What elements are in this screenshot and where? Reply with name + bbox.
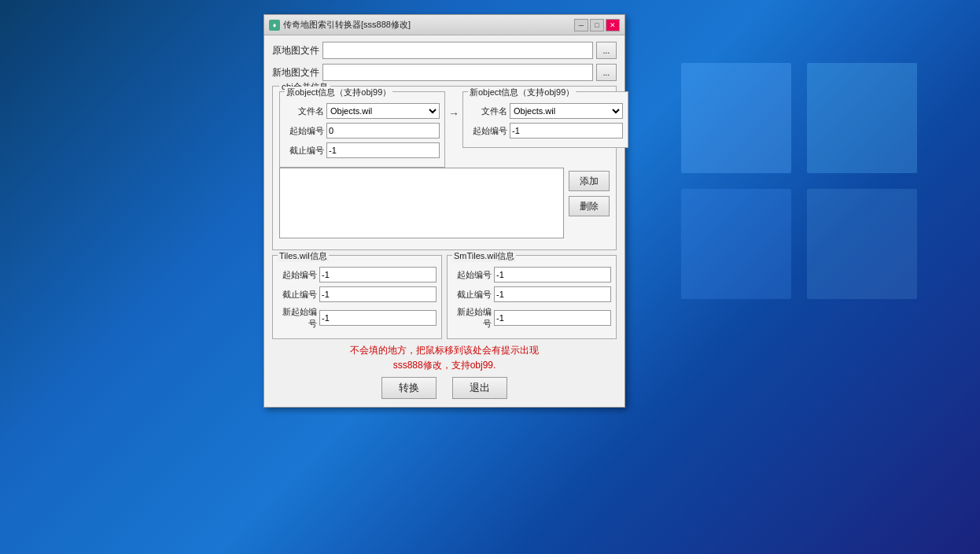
- footer-buttons: 转换 退出: [272, 377, 617, 399]
- arrow-separator: →: [448, 91, 459, 120]
- tiles-end-label: 截止编号: [278, 289, 317, 301]
- obj-merge-group: obj合并信息 原object信息（支持obj99） 文件名 Objects.w…: [272, 86, 617, 250]
- source-map-browse[interactable]: ...: [596, 42, 617, 59]
- bottom-panels: Tiles.wil信息 起始编号 截止编号 新起始编号: [272, 255, 617, 339]
- tiles-end-row: 截止编号: [278, 286, 437, 302]
- logo-pane-tl: [681, 63, 791, 173]
- maximize-button[interactable]: □: [590, 19, 604, 31]
- source-start-input[interactable]: [326, 123, 440, 138]
- source-map-label: 原地图文件: [272, 44, 319, 57]
- logo-pane-bl: [681, 189, 791, 299]
- titlebar: ♦ 传奇地图索引转换器[sss888修改] ─ □ ✕: [264, 15, 624, 35]
- dest-obj-panel: 新object信息（支持obj99） 文件名 Objects.wil 起始编号: [462, 91, 628, 148]
- windows-logo: [681, 63, 917, 299]
- dest-map-browse[interactable]: ...: [596, 64, 617, 81]
- dest-start-row: 起始编号: [468, 123, 623, 138]
- tiles-panel-title: Tiles.wil信息: [278, 250, 329, 262]
- source-end-row: 截止编号: [285, 142, 440, 158]
- tiles-panel: Tiles.wil信息 起始编号 截止编号 新起始编号: [272, 255, 442, 339]
- dest-obj-panel-title: 新object信息（支持obj99）: [468, 87, 576, 98]
- source-start-label: 起始编号: [285, 125, 324, 137]
- smtiles-newstart-row: 新起始编号: [452, 306, 611, 330]
- titlebar-buttons: ─ □ ✕: [574, 19, 620, 31]
- source-map-row: 原地图文件 ...: [272, 42, 617, 59]
- dest-map-row: 新地图文件 ...: [272, 64, 617, 81]
- dest-filename-label: 文件名: [468, 105, 507, 117]
- smtiles-start-input[interactable]: [494, 267, 611, 283]
- smtiles-panel-title: SmTiles.wil信息: [452, 250, 516, 262]
- desktop: ♦ 传奇地图索引转换器[sss888修改] ─ □ ✕ 原地图文件 ... 新地…: [0, 0, 980, 554]
- smtiles-start-label: 起始编号: [452, 269, 492, 281]
- dest-filename-row: 文件名 Objects.wil: [468, 103, 623, 119]
- smtiles-end-input[interactable]: [494, 286, 611, 302]
- source-obj-panel-title: 原object信息（支持obj99）: [285, 87, 392, 98]
- minimize-button[interactable]: ─: [574, 19, 588, 31]
- convert-button[interactable]: 转换: [381, 377, 437, 399]
- main-dialog: ♦ 传奇地图索引转换器[sss888修改] ─ □ ✕ 原地图文件 ... 新地…: [263, 14, 625, 408]
- status-line1: 不会填的地方，把鼠标移到该处会有提示出现: [272, 344, 617, 357]
- obj-list[interactable]: [279, 168, 564, 238]
- titlebar-left: ♦ 传奇地图索引转换器[sss888修改]: [269, 19, 411, 31]
- dest-map-label: 新地图文件: [272, 66, 319, 79]
- dest-start-label: 起始编号: [468, 125, 507, 137]
- exit-button[interactable]: 退出: [452, 377, 507, 399]
- add-button[interactable]: 添加: [569, 171, 610, 191]
- source-start-row: 起始编号: [285, 123, 440, 138]
- obj-panels: 原object信息（支持obj99） 文件名 Objects.wil 起始编号: [279, 91, 610, 168]
- source-end-input[interactable]: [326, 142, 440, 158]
- delete-button[interactable]: 删除: [569, 196, 610, 216]
- source-filename-select[interactable]: Objects.wil: [326, 103, 440, 119]
- smtiles-newstart-label: 新起始编号: [452, 306, 492, 330]
- smtiles-end-row: 截止编号: [452, 286, 611, 302]
- dest-filename-select[interactable]: Objects.wil: [510, 103, 623, 119]
- logo-pane-tr: [807, 63, 917, 173]
- tiles-newstart-input[interactable]: [319, 310, 437, 326]
- dialog-content: 原地图文件 ... 新地图文件 ... obj合并信息 原object信息（支持…: [264, 35, 624, 407]
- tiles-start-input[interactable]: [319, 267, 437, 283]
- source-filename-row: 文件名 Objects.wil: [285, 103, 440, 119]
- dest-start-input[interactable]: [510, 123, 623, 138]
- tiles-newstart-label: 新起始编号: [278, 306, 317, 330]
- logo-pane-br: [807, 189, 917, 299]
- source-map-input[interactable]: [322, 42, 593, 59]
- action-buttons: 添加 删除: [569, 168, 610, 216]
- smtiles-start-row: 起始编号: [452, 267, 611, 283]
- tiles-start-row: 起始编号: [278, 267, 437, 283]
- dest-map-input[interactable]: [322, 64, 593, 81]
- tiles-end-input[interactable]: [319, 286, 437, 302]
- source-obj-panel: 原object信息（支持obj99） 文件名 Objects.wil 起始编号: [279, 91, 445, 168]
- smtiles-panel: SmTiles.wil信息 起始编号 截止编号 新起始编号: [447, 255, 617, 339]
- source-end-label: 截止编号: [285, 145, 324, 157]
- status-text: 不会填的地方，把鼠标移到该处会有提示出现 sss888修改，支持obj99.: [272, 344, 617, 372]
- tiles-start-label: 起始编号: [278, 269, 317, 281]
- app-icon: ♦: [269, 20, 280, 31]
- tiles-newstart-row: 新起始编号: [278, 306, 437, 330]
- smtiles-newstart-input[interactable]: [494, 310, 611, 326]
- status-line2: sss888修改，支持obj99.: [272, 359, 617, 372]
- smtiles-end-label: 截止编号: [452, 289, 492, 301]
- close-button[interactable]: ✕: [606, 19, 620, 31]
- titlebar-title: 传奇地图索引转换器[sss888修改]: [283, 19, 411, 31]
- source-filename-label: 文件名: [285, 105, 324, 117]
- list-buttons-row: 添加 删除: [279, 168, 610, 238]
